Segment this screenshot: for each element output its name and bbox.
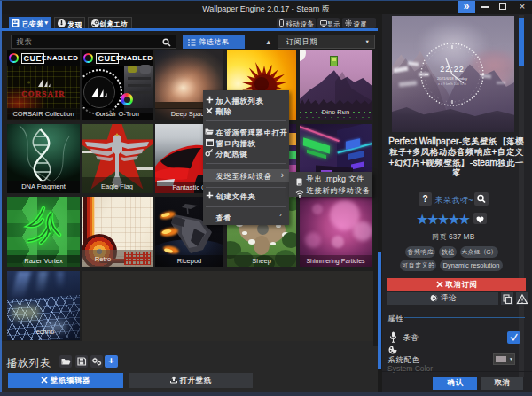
svg-text:2021/6/18 Sunday: 2021/6/18 Sunday xyxy=(437,76,468,81)
svg-text:22:22: 22:22 xyxy=(440,65,465,74)
svg-text:e d 9 km/h 100 % rh: e d 9 km/h 100 % rh xyxy=(438,82,466,86)
